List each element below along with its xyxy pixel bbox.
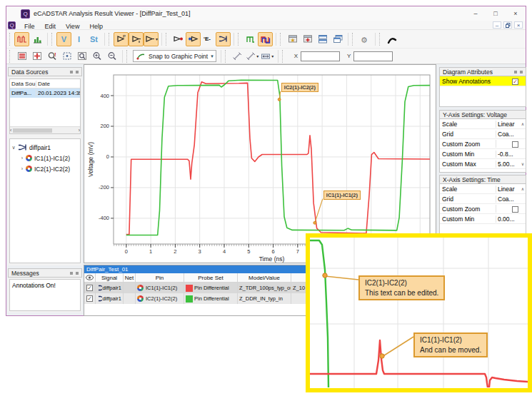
series-IC2(1)-IC2(2)[interactable] [126, 80, 430, 235]
emission-probe-icon[interactable]: ʹE- [201, 32, 216, 46]
grid-row-scale[interactable]: ScaleLinear∧ [440, 184, 526, 194]
grid-row-scale[interactable]: ScaleLinear∧ [440, 119, 526, 129]
zoom-in-icon[interactable] [89, 49, 104, 64]
messages-header[interactable]: Messages [8, 268, 82, 278]
scrollbar-arrow[interactable]: ∨ [520, 161, 526, 166]
checkbox-unchecked[interactable] [512, 206, 518, 213]
data-sources-header[interactable]: Data Sources [8, 67, 82, 76]
checkbox-checked[interactable]: ✓ [512, 78, 518, 85]
data-sources-table[interactable]: Data Sou Date DiffPa...20.01.2023 14:35 … [9, 78, 81, 134]
column-header-signal[interactable]: Signal [96, 273, 124, 282]
diagram-attributes-header[interactable]: Diagram Attributes [439, 67, 526, 76]
cursor-y-field[interactable] [353, 51, 393, 61]
cascade-windows-icon[interactable] [330, 32, 345, 46]
menu-edit[interactable]: Edit [40, 23, 61, 30]
grid-value[interactable]: ✓ [496, 77, 520, 85]
probe-output-icon[interactable] [171, 32, 186, 46]
column-header-modelvalue[interactable]: Model/Value [238, 273, 291, 282]
mdi-restore-button[interactable] [503, 21, 512, 29]
probe-input-icon[interactable] [186, 32, 201, 46]
column-header-net[interactable]: Net [124, 273, 136, 282]
pan-mode-icon[interactable] [384, 32, 399, 46]
fit-vertical-icon[interactable] [14, 49, 29, 64]
status-mode-button[interactable]: St [86, 32, 101, 46]
grid-row-grid[interactable]: GridCoa... [440, 194, 526, 204]
panel-buttons[interactable] [70, 71, 79, 73]
scroll-thumb[interactable] [13, 128, 52, 133]
menu-help[interactable]: Help [84, 23, 108, 30]
mdi-minimize-button[interactable]: – [493, 21, 501, 29]
panel-buttons[interactable] [70, 272, 79, 275]
tree-item-signal[interactable]: ›IC2(1)-IC2(2) [10, 163, 80, 174]
tree-item-signal[interactable]: ›IC1(1)-IC1(2) [10, 153, 80, 163]
grid-row-custom-zoom[interactable]: Custom Zoom [440, 139, 526, 149]
scrollbar-arrow[interactable]: ∧ [520, 121, 526, 126]
measure-options-icon[interactable]: ▾ [245, 49, 260, 64]
visibility-checkbox[interactable]: ✓ [84, 283, 96, 293]
grid-row-custom-min[interactable]: Custom Min-0.8... [440, 149, 526, 159]
grid-row-grid[interactable]: GridCoa... [440, 129, 526, 139]
grid-row-custom-min[interactable]: Custom Min0.00... [440, 214, 526, 224]
grid-value[interactable]: 5.00... [496, 161, 520, 168]
single-pulse-icon[interactable] [243, 32, 258, 46]
checkbox-unchecked[interactable] [512, 141, 518, 148]
grid-row-custom-max[interactable]: Custom Max5.00...∨ [440, 159, 526, 169]
cursor-x-field[interactable] [301, 51, 340, 61]
add-window-icon[interactable] [300, 32, 315, 46]
tile-windows-icon[interactable] [315, 32, 330, 46]
zoom-alert-icon[interactable]: ! [44, 49, 59, 64]
differential-pair-icon[interactable] [216, 32, 231, 46]
close-button[interactable]: × [506, 6, 526, 21]
horizontal-scrollbar[interactable]: ‹ › [10, 126, 80, 133]
scroll-left-arrow[interactable]: ‹ [10, 128, 11, 133]
zoom-window-icon[interactable] [74, 49, 89, 64]
voltage-mode-button[interactable]: V [56, 32, 71, 46]
zoom-extents-icon[interactable] [59, 49, 74, 64]
inset-annotation[interactable]: IC1(1)-IC1(2)And can be moved. [413, 332, 488, 357]
grid-value[interactable]: -0.8... [496, 151, 520, 158]
grid-value[interactable]: Coa... [496, 131, 520, 138]
maximize-button[interactable]: □ [486, 6, 506, 21]
snap-mode-select[interactable]: Snap to Graphic Point▾ [133, 50, 216, 62]
y-axis-header[interactable]: Y-Axis Settings: Voltage [439, 110, 526, 119]
differential-pulse-icon[interactable] [258, 32, 273, 46]
visibility-checkbox[interactable]: ✓ [84, 293, 96, 304]
column-header-probeset[interactable]: Probe Set [184, 273, 238, 282]
grid-value[interactable]: 0.00... [496, 215, 520, 223]
zoom-out-icon[interactable] [104, 49, 119, 64]
menu-file[interactable]: File [19, 23, 40, 30]
minimize-button[interactable]: – [466, 6, 486, 21]
grid-row-show-annotations[interactable]: Show Annotations✓ [440, 76, 526, 86]
favorite-window-icon[interactable]: ★ [285, 32, 300, 46]
menu-view[interactable]: View [61, 23, 84, 30]
signal-tree[interactable]: ∨diffpair1›IC1(1)-IC1(2)›IC2(1)-IC2(2) [9, 138, 81, 263]
panel-buttons[interactable] [514, 71, 523, 73]
chart-annotation[interactable]: IC2(1)-IC2(2) [281, 83, 318, 92]
grid-value[interactable] [496, 140, 520, 148]
data-source-row[interactable]: DiffPa...20.01.2023 14:35 [10, 88, 80, 98]
probe-pin-icon[interactable] [129, 32, 144, 46]
probe-options-icon[interactable]: ▾ [144, 32, 159, 46]
grid-value[interactable]: Linear [496, 121, 520, 128]
column-header-pin[interactable]: Pin [136, 273, 184, 282]
inset-annotation[interactable]: IC2(1)-IC2(2)This text can be edited. [358, 275, 445, 300]
x-axis-header[interactable]: X-Axis Settings: Time [439, 175, 526, 184]
histogram-diagram-icon[interactable] [29, 32, 44, 46]
current-mode-button[interactable]: I [71, 32, 86, 46]
checkbox-checked[interactable]: ✓ [86, 295, 93, 302]
fit-all-icon[interactable] [29, 49, 44, 64]
measure-icon[interactable] [230, 49, 245, 64]
chart-annotation[interactable]: IC1(1)-IC1(2) [323, 191, 361, 200]
grid-value[interactable] [496, 205, 520, 213]
grid-value[interactable]: Coa... [496, 196, 520, 203]
settings-icon[interactable]: ⚙ [357, 32, 372, 46]
grid-value[interactable]: Linear [496, 186, 520, 193]
waveform-diagram-icon[interactable] [14, 32, 29, 46]
grid-row-custom-zoom[interactable]: Custom Zoom [440, 204, 526, 214]
tree-item-root[interactable]: ∨diffpair1 [10, 142, 80, 153]
series-IC1(1)-IC1(2)[interactable] [126, 82, 430, 235]
measure-horizontal-icon[interactable]: ▾ [260, 49, 275, 64]
mdi-close-button[interactable]: × [514, 21, 523, 29]
checkbox-checked[interactable]: ✓ [86, 285, 93, 291]
scroll-right-arrow[interactable]: › [79, 128, 80, 133]
